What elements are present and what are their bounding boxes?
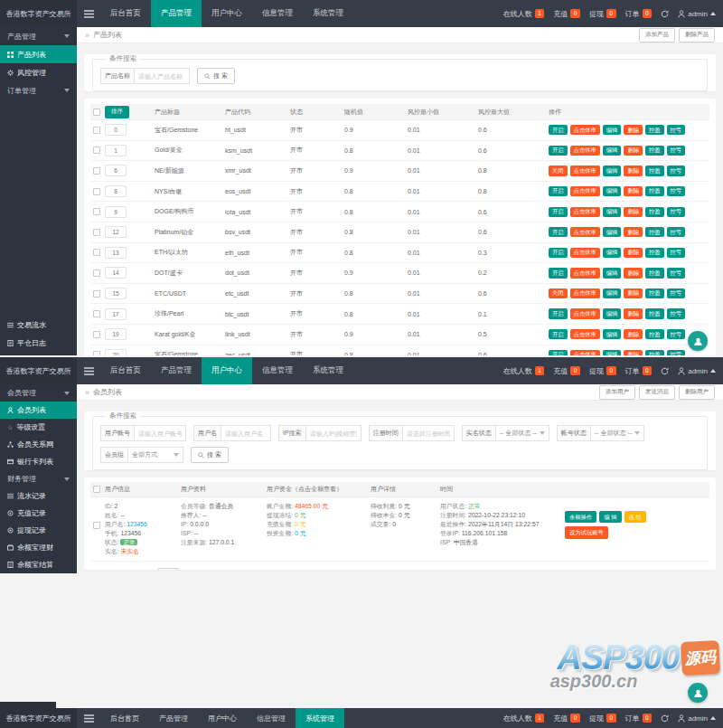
search-button[interactable]: 搜 索	[197, 68, 235, 84]
row-checkbox[interactable]	[93, 310, 100, 317]
force-up-button[interactable]: 控盈	[645, 288, 664, 298]
sort-input[interactable]: 8	[105, 185, 127, 197]
sidebar-item-network[interactable]: 会员关系网	[0, 436, 77, 453]
recharge-amount[interactable]: 0 元	[295, 521, 305, 527]
pause-market-button[interactable]: 点击休市	[570, 288, 600, 298]
edit-button[interactable]: 编辑	[603, 186, 622, 196]
hamburger-menu-icon[interactable]	[77, 708, 100, 728]
force-up-button[interactable]: 控盈	[645, 248, 664, 258]
recharge-count[interactable]: 充值0	[553, 366, 580, 376]
member-group-select[interactable]: 全部方式	[127, 447, 183, 463]
nav-info[interactable]: 信息管理	[252, 357, 303, 384]
toggle-button[interactable]: 开启	[549, 350, 568, 355]
toggle-button[interactable]: 开启	[549, 207, 568, 217]
sidebar-item-risk[interactable]: 风控管理	[0, 63, 77, 81]
page-size-select[interactable]: 10	[157, 568, 179, 570]
user-menu[interactable]: admin	[678, 714, 716, 723]
delete-button[interactable]: 删除	[624, 350, 643, 355]
online-count[interactable]: 在线人数1	[503, 366, 545, 376]
nav-system[interactable]: 系统管理	[296, 708, 344, 728]
sidebar-item-bankcard[interactable]: 银行卡列表	[0, 453, 77, 470]
row-checkbox[interactable]	[93, 127, 100, 134]
edit-button[interactable]: 编 辑	[599, 511, 621, 523]
force-up-button[interactable]: 控盈	[645, 186, 664, 196]
invest-amount[interactable]: 0 元	[295, 530, 305, 536]
sort-input[interactable]: 15	[105, 288, 127, 299]
pause-market-button[interactable]: 点击休市	[570, 350, 600, 355]
sort-input[interactable]: 6	[105, 165, 127, 176]
nav-users[interactable]: 用户中心	[198, 708, 247, 728]
sort-input[interactable]: 13	[105, 247, 127, 259]
nav-products[interactable]: 产品管理	[149, 708, 198, 728]
sort-button[interactable]: 排序	[105, 106, 129, 118]
row-checkbox[interactable]	[93, 351, 100, 355]
nav-system[interactable]: 系统管理	[303, 0, 353, 27]
delete-button[interactable]: 删除	[624, 329, 643, 339]
sort-input[interactable]: 19	[105, 328, 127, 340]
sidebar-group-members[interactable]: 会员管理	[0, 384, 77, 402]
nav-dashboard[interactable]: 后台首页	[100, 357, 151, 384]
edit-button[interactable]: 编辑	[603, 146, 622, 156]
force-down-button[interactable]: 控亏	[667, 288, 686, 298]
force-up-button[interactable]: 控盈	[645, 125, 664, 135]
account-status-select[interactable]: -- 全部状态 --	[590, 425, 644, 441]
pause-market-button[interactable]: 点击休市	[570, 207, 600, 217]
toggle-button[interactable]: 开启	[549, 186, 568, 196]
select-all-checkbox[interactable]	[93, 486, 100, 493]
nav-dashboard[interactable]: 后台首页	[100, 0, 151, 27]
delete-button[interactable]: 删除	[624, 186, 643, 196]
delete-user-button[interactable]: 删除用户	[679, 385, 715, 400]
force-up-button[interactable]: 控盈	[645, 165, 664, 175]
row-checkbox[interactable]	[93, 269, 100, 277]
recharge-count[interactable]: 充值0	[553, 714, 580, 723]
nav-system[interactable]: 系统管理	[303, 357, 353, 384]
pause-market-button[interactable]: 点击休市	[570, 146, 600, 156]
withdraw-count[interactable]: 提现0	[589, 366, 616, 376]
force-up-button[interactable]: 控盈	[645, 207, 664, 217]
set-demo-account-button[interactable]: 设为试玩账号	[565, 526, 608, 538]
refresh-icon[interactable]	[661, 10, 669, 18]
delete-button[interactable]: 删除	[624, 207, 643, 217]
sort-input[interactable]: 9	[105, 206, 127, 218]
edit-button[interactable]: 编辑	[603, 329, 622, 339]
toggle-button[interactable]: 开启	[549, 308, 568, 318]
order-count[interactable]: 订单0	[625, 366, 653, 376]
pause-market-button[interactable]: 点击休市	[570, 308, 600, 318]
toggle-button[interactable]: 开启	[549, 268, 568, 278]
edit-button[interactable]: 编辑	[603, 165, 622, 175]
sidebar-item-yuebao-settle[interactable]: 余额宝结算	[0, 556, 77, 573]
delete-button[interactable]: 删除	[624, 288, 643, 298]
refresh-icon[interactable]	[661, 367, 669, 375]
order-count[interactable]: 订单0	[625, 714, 653, 723]
recharge-count[interactable]: 充值0	[553, 9, 580, 19]
username-link[interactable]: 123456	[127, 521, 147, 527]
sidebar-item-member-list[interactable]: 会员列表	[0, 402, 77, 419]
toggle-button[interactable]: 开启	[549, 329, 568, 339]
force-down-button[interactable]: 控亏	[667, 146, 686, 156]
account-input[interactable]	[134, 425, 186, 441]
force-down-button[interactable]: 控亏	[667, 329, 686, 339]
sidebar-group-finance[interactable]: 财务管理	[0, 470, 77, 487]
force-down-button[interactable]: 控亏	[667, 165, 686, 175]
username-input[interactable]	[221, 425, 271, 441]
sidebar-item-level[interactable]: ☆ 等级设置	[0, 419, 77, 436]
force-down-button[interactable]: 控亏	[667, 248, 686, 258]
balance-operation-button[interactable]: 余额操作	[565, 511, 596, 523]
edit-button[interactable]: 编辑	[603, 248, 622, 258]
sidebar-item-trade-flow[interactable]: 交易流水	[0, 316, 77, 334]
realname-status-select[interactable]: -- 全部状态 --	[495, 425, 549, 441]
sidebar-item-close-log[interactable]: 平仓日志	[0, 334, 77, 352]
row-checkbox[interactable]	[93, 290, 100, 298]
user-menu[interactable]: admin	[678, 10, 716, 18]
nav-users[interactable]: 用户中心	[202, 357, 252, 384]
withdraw-count[interactable]: 提现0	[589, 714, 616, 723]
nav-users[interactable]: 用户中心	[202, 0, 252, 27]
toggle-button[interactable]: 开启	[549, 146, 568, 156]
toggle-button[interactable]: 关闭	[549, 165, 568, 175]
pause-market-button[interactable]: 点击休市	[570, 227, 600, 237]
force-up-button[interactable]: 控盈	[645, 329, 664, 339]
toggle-button[interactable]: 开启	[549, 227, 568, 237]
pause-market-button[interactable]: 点击休市	[570, 165, 600, 175]
nav-info[interactable]: 信息管理	[247, 708, 296, 728]
force-down-button[interactable]: 控亏	[667, 125, 686, 135]
